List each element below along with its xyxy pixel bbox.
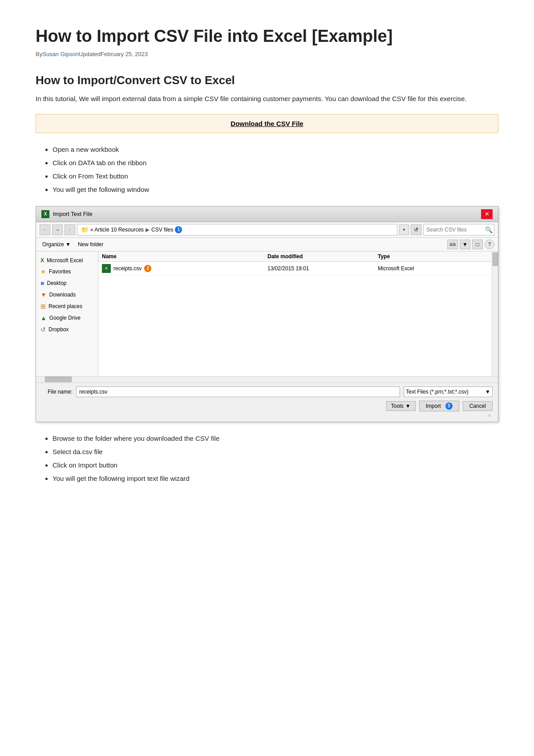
scroll-thumb[interactable] — [493, 252, 498, 266]
dialog-titlebar: X Import Text File ✕ — [36, 207, 498, 222]
dialog-toolbar: Organize ▼ New folder ≡≡ ▼ □ ? — [36, 238, 498, 252]
titlebar-left: X Import Text File — [41, 210, 93, 218]
up-arrow-button[interactable]: ↑ — [65, 224, 75, 235]
list-item: Select da.csv file — [53, 445, 498, 459]
intro-paragraph: In this tutorial, We will import externa… — [36, 93, 498, 104]
byline-author-link[interactable]: Susan Gipson — [42, 51, 79, 57]
sidebar-item-dropbox[interactable]: ↺ Dropbox — [36, 324, 98, 335]
favorites-icon: ★ — [40, 268, 46, 275]
footer-actions: Tools ▼ Import 3 Cancel — [41, 401, 493, 411]
horizontal-scrollbar[interactable] — [36, 376, 498, 382]
list-item: You will get the following window — [53, 183, 498, 196]
desktop-icon: ■ — [40, 280, 44, 287]
list-item: Open a new workbook — [53, 143, 498, 156]
download-box: Download the CSV File — [36, 114, 498, 133]
table-row[interactable]: X receipts.csv 2 13/02/2015 19:01 Micros… — [98, 262, 492, 276]
dialog-body: X Microsoft Excel ★ Favorites ■ Desktop … — [36, 252, 498, 376]
tools-label: Tools — [391, 403, 404, 409]
sidebar-label: Favorites — [49, 268, 71, 275]
file-name: receipts.csv — [113, 265, 142, 272]
search-input[interactable] — [423, 224, 494, 236]
path-part-1: « Article 10 Resources — [90, 227, 144, 233]
tools-arrow-icon: ▼ — [405, 403, 411, 409]
horizontal-scroll-thumb[interactable] — [45, 377, 72, 382]
sidebar-label: Recent places — [49, 303, 82, 309]
recent-icon: ⊞ — [40, 303, 46, 310]
toolbar-right: ≡≡ ▼ □ ? — [447, 240, 494, 249]
layout-button[interactable]: □ — [472, 240, 483, 249]
import-badge: 3 — [445, 402, 453, 410]
file-name-input[interactable] — [76, 386, 400, 397]
sidebar-item-desktop[interactable]: ■ Desktop — [36, 277, 98, 289]
tools-button[interactable]: Tools ▼ — [386, 401, 416, 411]
file-badge: 2 — [144, 265, 151, 272]
column-type: Type — [378, 253, 488, 260]
byline: BySusan GipsonUpdatedFebruary 25, 2023 — [36, 51, 498, 57]
vertical-scrollbar[interactable] — [492, 252, 498, 376]
list-item: Browse to the folder where you downloade… — [53, 432, 498, 445]
sidebar-label: Downloads — [49, 292, 76, 298]
view-dropdown-button[interactable]: ▼ — [460, 240, 470, 249]
import-label: Import — [426, 403, 441, 409]
help-button[interactable]: ? — [485, 240, 494, 249]
byline-prefix: By — [36, 51, 42, 57]
file-type-dropdown[interactable]: Text Files (*.prn;*.txt;*.csv) ▼ — [404, 386, 493, 397]
import-button[interactable]: Import 3 — [419, 401, 459, 411]
list-item: Click on From Text button — [53, 170, 498, 183]
section-title: How to Import/Convert CSV to Excel — [36, 73, 498, 87]
sidebar-label: Google Drive — [49, 315, 81, 321]
file-list-header: Name Date modified Type — [98, 252, 492, 262]
path-dropdown-button[interactable]: ▼ — [399, 224, 409, 235]
sidebar-item-downloads[interactable]: ▼ Downloads — [36, 289, 98, 301]
byline-updated: Updated — [79, 51, 101, 57]
google-drive-icon: ▲ — [40, 314, 47, 321]
organize-button[interactable]: Organize ▼ — [40, 240, 73, 248]
dialog-footer: File name: Text Files (*.prn;*.txt;*.csv… — [36, 382, 498, 422]
import-text-file-dialog: X Import Text File ✕ ← → ↑ 📁 « Article 1… — [36, 206, 498, 422]
main-file-panel: Name Date modified Type X receipts.csv 2… — [98, 252, 492, 376]
file-name-label: File name: — [41, 389, 73, 395]
file-type-value: Text Files (*.prn;*.txt;*.csv) — [406, 389, 469, 395]
cancel-button[interactable]: Cancel — [463, 401, 493, 411]
path-separator: ▶ — [146, 227, 150, 233]
sidebar-panel: X Microsoft Excel ★ Favorites ■ Desktop … — [36, 252, 98, 376]
list-item: Click on DATA tab on the ribbon — [53, 156, 498, 170]
file-type-cell: Microsoft Excel — [378, 265, 488, 272]
path-part-2: CSV files — [151, 227, 173, 233]
sidebar-item-recent-places[interactable]: ⊞ Recent places — [36, 301, 98, 312]
sidebar-label: Microsoft Excel — [47, 257, 83, 264]
path-box[interactable]: 📁 « Article 10 Resources ▶ CSV files 1 — [77, 224, 397, 236]
column-name: Name — [102, 253, 267, 260]
sidebar-item-microsoft-excel[interactable]: X Microsoft Excel — [36, 255, 98, 266]
list-item: Click on Import button — [53, 459, 498, 472]
steps-after-list: Browse to the folder where you downloade… — [53, 432, 498, 485]
file-name-cell: X receipts.csv 2 — [102, 264, 267, 273]
toolbar-left: Organize ▼ New folder — [40, 240, 106, 248]
download-link[interactable]: Download the CSV File — [231, 120, 303, 127]
file-date-cell: 13/02/2015 19:01 — [267, 265, 378, 272]
view-mode-button[interactable]: ≡≡ — [447, 240, 458, 249]
byline-date: February 25, 2023 — [101, 51, 148, 57]
sidebar-label: Dropbox — [49, 326, 69, 333]
refresh-button[interactable]: ↺ — [411, 224, 421, 235]
new-folder-button[interactable]: New folder — [75, 240, 106, 248]
excel-icon: X — [40, 257, 44, 264]
path-badge: 1 — [175, 226, 182, 233]
dropbox-icon: ↺ — [40, 326, 46, 333]
sidebar-label: Desktop — [47, 280, 66, 286]
resize-handle[interactable]: ⊿ — [41, 411, 493, 418]
list-item: You will get the following import text f… — [53, 472, 498, 485]
file-excel-icon: X — [102, 264, 111, 273]
excel-icon: X — [41, 210, 49, 218]
file-name-row: File name: Text Files (*.prn;*.txt;*.csv… — [41, 386, 493, 397]
search-wrapper: 🔍 — [423, 224, 494, 236]
forward-arrow-button[interactable]: → — [52, 224, 63, 235]
sidebar-item-google-drive[interactable]: ▲ Google Drive — [36, 312, 98, 324]
dialog-title: Import Text File — [53, 211, 93, 217]
sidebar-item-favorites[interactable]: ★ Favorites — [36, 266, 98, 277]
close-button[interactable]: ✕ — [481, 209, 493, 219]
steps-before-list: Open a new workbook Click on DATA tab on… — [53, 143, 498, 196]
downloads-icon: ▼ — [40, 291, 47, 298]
dialog-nav-bar: ← → ↑ 📁 « Article 10 Resources ▶ CSV fil… — [36, 222, 498, 238]
back-arrow-button[interactable]: ← — [40, 224, 50, 235]
